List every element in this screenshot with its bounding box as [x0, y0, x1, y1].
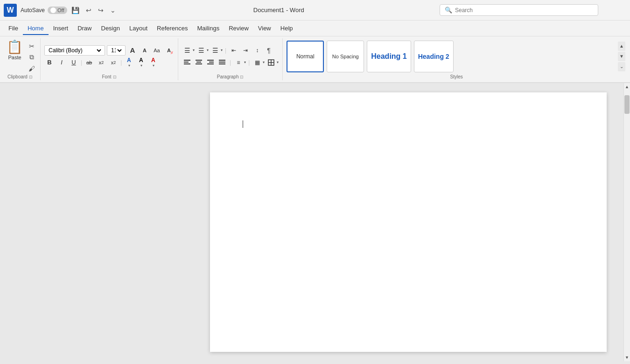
copy-button[interactable]: ⧉ — [27, 53, 36, 62]
font-name-select[interactable]: Calibri (Body) — [47, 47, 103, 54]
shading-button[interactable]: ▦ — [252, 57, 262, 68]
page-container — [201, 83, 623, 361]
svg-rect-8 — [207, 63, 214, 64]
font-expand[interactable]: ⊡ — [113, 75, 117, 79]
menu-design[interactable]: Design — [97, 22, 125, 35]
ribbon: 📋 Paste ✂ ⧉ 🖌 Clipboard ⊡ Ca — [0, 36, 630, 83]
font-color-button[interactable]: A ▾ — [124, 57, 134, 68]
para-row2: | ≡ ▾ | ▦ ▾ ▾ — [182, 57, 279, 68]
bold-button[interactable]: B — [44, 57, 55, 68]
font-row2: B I U | ab x2 x2 | A ▾ A ▾ — [44, 57, 174, 68]
scroll-down-button[interactable]: ▼ — [624, 354, 630, 361]
font-area: Calibri (Body) 11 A A Aa A✗ — [44, 45, 174, 68]
clipboard-area: 📋 Paste ✂ ⧉ 🖌 — [4, 40, 36, 73]
scroll-up-button[interactable]: ▲ — [624, 83, 630, 91]
svg-rect-10 — [219, 62, 225, 63]
bullets-button[interactable]: ☰ — [182, 45, 192, 56]
multilevel-list-button[interactable]: ☰ — [210, 45, 220, 56]
search-input[interactable] — [455, 7, 593, 14]
style-normal[interactable]: Normal — [287, 41, 324, 72]
styles-scroll: Normal No Spacing Heading 1 Heading 2 — [287, 41, 615, 72]
menu-references[interactable]: References — [152, 22, 192, 35]
save-button[interactable]: 💾 — [69, 6, 82, 15]
shrink-font-button[interactable]: A — [140, 45, 150, 56]
paragraph-label: Paragraph ⊡ — [182, 74, 279, 79]
font-size-select[interactable]: 11 — [109, 47, 123, 54]
grow-font-button[interactable]: A — [127, 45, 138, 56]
clipboard-expand[interactable]: ⊡ — [29, 75, 33, 79]
change-case-button[interactable]: Aa — [152, 45, 162, 56]
style-no-spacing[interactable]: No Spacing — [327, 41, 364, 72]
vertical-scrollbar[interactable]: ▲ ▼ — [623, 83, 630, 361]
clipboard-label: Clipboard ⊡ — [4, 74, 36, 79]
undo-button[interactable]: ↩ — [84, 6, 94, 15]
font-name-dropdown[interactable]: Calibri (Body) — [44, 45, 105, 56]
strikethrough-button[interactable]: ab — [84, 57, 94, 68]
menu-help[interactable]: Help — [276, 22, 298, 35]
menu-layout[interactable]: Layout — [125, 22, 152, 35]
menu-file[interactable]: File — [4, 22, 23, 35]
autosave-group: AutoSave Off — [21, 7, 67, 14]
style-heading2[interactable]: Heading 2 — [414, 41, 454, 72]
align-right-button[interactable] — [205, 57, 216, 68]
left-margin — [0, 83, 201, 361]
text-highlight-button[interactable]: A ▾ — [136, 57, 146, 68]
borders-button[interactable] — [266, 57, 276, 68]
increase-indent-button[interactable]: ⇥ — [240, 45, 251, 56]
show-marks-button[interactable]: ¶ — [264, 45, 274, 56]
format-painter-button[interactable]: 🖌 — [27, 64, 36, 73]
clipboard-section: 📋 Paste ✂ ⧉ 🖌 Clipboard ⊡ — [0, 38, 41, 80]
style-heading1[interactable]: Heading 1 — [367, 41, 411, 72]
styles-scroll-down[interactable]: ▼ — [618, 52, 625, 61]
scroll-track[interactable] — [624, 91, 630, 354]
styles-section: Normal No Spacing Heading 1 Heading 2 ▲ … — [283, 38, 630, 80]
justify-button[interactable] — [217, 57, 227, 68]
menu-insert[interactable]: Insert — [49, 22, 73, 35]
redo-button[interactable]: ↪ — [96, 6, 106, 15]
align-left-button[interactable] — [182, 57, 192, 68]
menu-draw[interactable]: Draw — [73, 22, 96, 35]
scroll-thumb[interactable] — [624, 95, 630, 114]
svg-rect-7 — [209, 62, 214, 63]
svg-rect-6 — [207, 60, 214, 61]
paragraph-section: ☰ ▾ ☰ ▾ ☰ ▾ | ⇤ ⇥ ↕ ¶ — [178, 38, 283, 80]
clear-formatting-button[interactable]: A✗ — [164, 45, 174, 56]
styles-content: Normal No Spacing Heading 1 Heading 2 ▲ … — [287, 39, 626, 73]
line-spacing-button[interactable]: ≡ — [233, 57, 244, 68]
font-size-dropdown[interactable]: 11 — [107, 45, 126, 56]
font-content: Calibri (Body) 11 A A Aa A✗ — [44, 39, 174, 73]
customize-qat-button[interactable]: ⌄ — [108, 6, 118, 15]
toggle-state: Off — [57, 7, 64, 13]
menu-view[interactable]: View — [253, 22, 276, 35]
title-bar: W AutoSave Off 💾 ↩ ↪ ⌄ Document1 - Word … — [0, 0, 630, 21]
sort-button[interactable]: ↕ — [252, 45, 262, 56]
styles-scrollbar: ▲ ▼ ⌄ — [617, 41, 626, 72]
styles-label: Styles — [287, 74, 626, 79]
document-page[interactable] — [210, 92, 607, 352]
superscript-button[interactable]: x2 — [108, 57, 119, 68]
font-label: Font ⊡ — [44, 74, 174, 79]
decrease-indent-button[interactable]: ⇤ — [229, 45, 239, 56]
styles-scroll-more[interactable]: ⌄ — [618, 62, 625, 71]
cut-button[interactable]: ✂ — [27, 42, 36, 51]
svg-rect-3 — [196, 60, 202, 61]
paragraph-expand[interactable]: ⊡ — [240, 75, 244, 79]
subscript-button[interactable]: x2 — [96, 57, 106, 68]
search-bar[interactable]: 🔍 — [440, 4, 598, 16]
align-center-button[interactable] — [194, 57, 204, 68]
font-color-button2[interactable]: A ▾ — [148, 57, 158, 68]
menu-bar: File Home Insert Draw Design Layout Refe… — [0, 21, 630, 36]
italic-button[interactable]: I — [56, 57, 67, 68]
menu-home[interactable]: Home — [23, 22, 49, 35]
menu-mailings[interactable]: Mailings — [193, 22, 224, 35]
autosave-toggle[interactable]: Off — [48, 7, 67, 14]
numbering-button[interactable]: ☰ — [196, 45, 206, 56]
text-cursor — [243, 120, 243, 128]
underline-button[interactable]: U — [69, 57, 79, 68]
menu-review[interactable]: Review — [224, 22, 253, 35]
styles-scroll-up[interactable]: ▲ — [618, 42, 625, 51]
paste-button[interactable]: 📋 Paste — [4, 40, 26, 61]
font-row1: Calibri (Body) 11 A A Aa A✗ — [44, 45, 174, 56]
clipboard-content: 📋 Paste ✂ ⧉ 🖌 — [4, 39, 36, 73]
paste-label: Paste — [8, 55, 21, 60]
